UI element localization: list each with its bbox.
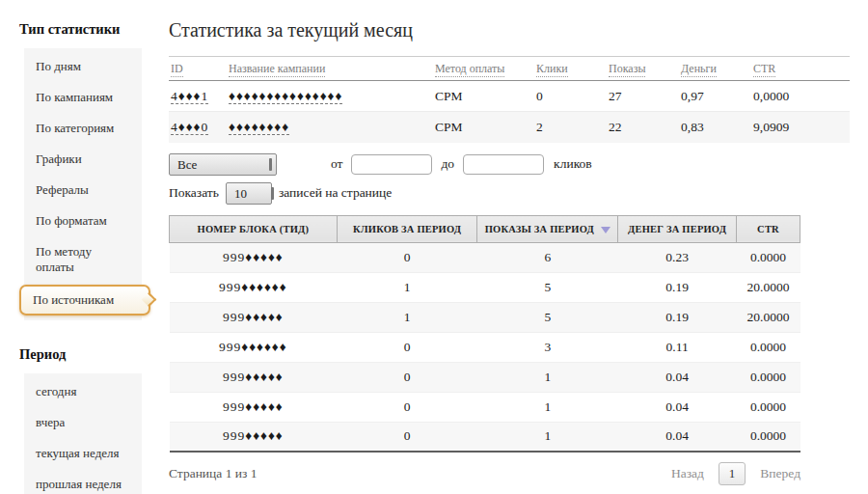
sidebar: Тип статистики По дням По кампаниям По к… (19, 21, 159, 494)
campaign-col-method: Метод оплаты (433, 57, 534, 81)
campaign-id-link[interactable]: 4♦♦♦0 (171, 120, 208, 135)
block-col-money[interactable]: ДЕНЕГ ЗА ПЕРИОД (618, 215, 737, 242)
table-row: 999♦♦♦♦♦ 1 5 0.19 20.0000 (170, 302, 800, 332)
table-row: 999♦♦♦♦♦♦ 1 5 0.19 20.0000 (170, 272, 800, 302)
block-shows: 6 (477, 242, 618, 272)
clicks-label: кликов (554, 156, 592, 172)
block-shows: 5 (477, 302, 618, 332)
block-ctr: 0.0000 (737, 332, 800, 362)
campaign-table: ID Название кампании Метод оплаты Клики … (169, 56, 850, 143)
pager-next-button[interactable]: Вперед (760, 466, 800, 481)
block-ctr: 0.0000 (737, 392, 800, 422)
page-size-select-wrap: 10 (219, 182, 279, 205)
clicks-from-input[interactable] (351, 154, 432, 175)
campaign-col-id: ID (169, 57, 227, 81)
block-col-shows[interactable]: ПОКАЗЫ ЗА ПЕРИОД (477, 215, 618, 242)
page-size-select[interactable]: 10 (226, 182, 272, 205)
block-ctr: 20.0000 (737, 302, 800, 332)
campaign-clicks: 0 (534, 81, 607, 112)
block-clicks: 0 (337, 362, 477, 392)
campaign-id-link[interactable]: 4♦♦♦1 (171, 89, 208, 104)
block-shows: 3 (477, 332, 618, 362)
sort-link-method[interactable]: Метод оплаты (435, 62, 504, 77)
block-col-clicks[interactable]: КЛИКОВ ЗА ПЕРИОД (337, 215, 477, 242)
block-shows: 1 (477, 422, 618, 452)
block-money: 0.19 (618, 302, 737, 332)
show-label: Показать (169, 185, 219, 201)
pager-prev-button[interactable]: Назад (671, 466, 704, 481)
sidebar-item-referrals[interactable]: Рефералы (24, 175, 142, 206)
campaign-ctr: 9,0909 (751, 112, 850, 143)
block-table-header-row: НОМЕР БЛОКА (ТИД) КЛИКОВ ЗА ПЕРИОД ПОКАЗ… (170, 215, 800, 242)
block-money: 0.23 (618, 242, 737, 272)
sort-link-name[interactable]: Название кампании (229, 62, 325, 77)
campaign-name-link[interactable]: ♦♦♦♦♦♦♦♦ (229, 120, 289, 135)
table-row: 999♦♦♦♦♦ 0 1 0.04 0.0000 (170, 392, 800, 422)
block-number: 999♦♦♦♦♦♦ (170, 332, 338, 362)
block-shows: 1 (477, 392, 618, 422)
period-item-last-week[interactable]: прошлая неделя (24, 469, 142, 494)
sort-desc-icon (601, 227, 610, 233)
from-label: от (331, 156, 342, 172)
sort-link-clicks[interactable]: Клики (536, 62, 568, 77)
block-clicks: 0 (337, 332, 477, 362)
block-money: 0.04 (618, 362, 737, 392)
clicks-filter-bar: Все от до кликов (169, 153, 850, 176)
sort-link-shows[interactable]: Показы (609, 62, 645, 77)
campaign-shows: 22 (607, 112, 679, 143)
page-info: Страница 1 из 1 (169, 466, 257, 481)
table-footer: Страница 1 из 1 Назад 1 Вперед (169, 453, 800, 485)
sidebar-item-by-campaigns[interactable]: По кампаниям (24, 82, 142, 113)
block-table: НОМЕР БЛОКА (ТИД) КЛИКОВ ЗА ПЕРИОД ПОКАЗ… (169, 215, 800, 453)
sidebar-item-charts[interactable]: Графики (24, 144, 142, 175)
campaign-col-clicks: Клики (534, 57, 607, 81)
block-clicks: 0 (337, 392, 477, 422)
campaign-col-name: Название кампании (227, 57, 433, 81)
block-clicks: 0 (337, 422, 477, 452)
filter-select-wrap: Все (169, 153, 277, 176)
block-number: 999♦♦♦♦♦ (170, 242, 338, 272)
sort-link-id[interactable]: ID (171, 62, 183, 77)
pager: Назад 1 Вперед (671, 462, 800, 485)
block-money: 0.19 (618, 272, 737, 302)
table-row: 999♦♦♦♦♦ 0 1 0.04 0.0000 (170, 422, 800, 452)
campaign-col-shows: Показы (607, 57, 679, 81)
pager-page-button[interactable]: 1 (719, 462, 746, 485)
block-ctr: 20.0000 (737, 272, 800, 302)
period-item-today[interactable]: сегодня (24, 376, 142, 407)
sort-link-money[interactable]: Деньги (681, 62, 717, 77)
block-number: 999♦♦♦♦♦ (170, 422, 338, 452)
to-label: до (441, 156, 454, 172)
campaign-money: 0,97 (679, 81, 751, 112)
stat-type-list: По дням По кампаниям По категориям Графи… (24, 48, 142, 320)
sidebar-item-by-categories[interactable]: По категориям (24, 113, 142, 144)
sidebar-item-by-payment-method[interactable]: По методу оплаты (24, 236, 142, 283)
main-content: Статистика за текущий месяц ID Название … (169, 19, 850, 485)
block-col-ctr[interactable]: CTR (737, 215, 800, 242)
period-item-current-week[interactable]: текущая неделя (24, 438, 142, 469)
filter-type-select[interactable]: Все (169, 153, 277, 176)
block-clicks: 1 (337, 272, 477, 302)
block-shows: 1 (477, 362, 618, 392)
campaign-name-link[interactable]: ♦♦♦♦♦♦♦♦♦♦♦♦♦♦♦ (229, 89, 342, 104)
campaign-row: 4♦♦♦0 ♦♦♦♦♦♦♦♦ CPM 2 22 0,83 9,0909 (169, 112, 850, 143)
block-clicks: 1 (337, 302, 477, 332)
sidebar-item-by-days[interactable]: По дням (24, 51, 142, 82)
table-row: 999♦♦♦♦♦♦ 0 3 0.11 0.0000 (170, 332, 800, 362)
sort-link-ctr[interactable]: CTR (753, 62, 775, 77)
block-number: 999♦♦♦♦♦♦ (170, 272, 338, 302)
clicks-to-input[interactable] (463, 154, 544, 175)
block-number: 999♦♦♦♦♦ (170, 302, 338, 332)
period-item-yesterday[interactable]: вчера (24, 407, 142, 438)
block-money: 0.11 (618, 332, 737, 362)
block-shows: 5 (477, 272, 618, 302)
sidebar-item-by-formats[interactable]: По форматам (24, 206, 142, 236)
table-row: 999♦♦♦♦♦ 0 6 0.23 0.0000 (170, 242, 800, 272)
block-number: 999♦♦♦♦♦ (170, 362, 338, 392)
block-money: 0.04 (618, 422, 737, 452)
campaign-money: 0,83 (679, 112, 751, 143)
page-size-suffix: записей на странице (279, 185, 392, 201)
block-col-number[interactable]: НОМЕР БЛОКА (ТИД) (170, 215, 338, 242)
sidebar-item-by-sources[interactable]: По источникам (19, 285, 150, 316)
block-ctr: 0.0000 (737, 362, 800, 392)
